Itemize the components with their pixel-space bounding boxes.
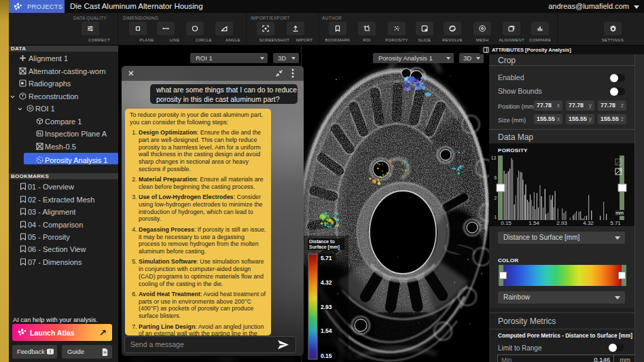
svg-text:13: 13	[491, 156, 497, 160]
svg-text:5.71: 5.71	[321, 255, 332, 261]
svg-text:mm: mm	[615, 211, 624, 215]
svg-text:1.54: 1.54	[529, 220, 539, 226]
svg-text:1.54: 1.54	[321, 327, 332, 334]
svg-text:0.15: 0.15	[321, 352, 332, 359]
svg-text:2.93: 2.93	[556, 220, 567, 226]
svg-text:4.32: 4.32	[583, 220, 594, 226]
svg-text:2.93: 2.93	[321, 304, 332, 310]
svg-text:6: 6	[494, 175, 497, 180]
svg-text:Distance to: Distance to	[309, 239, 335, 244]
svg-text:2: 2	[494, 196, 497, 200]
svg-text:4.32: 4.32	[321, 279, 332, 286]
svg-text:5.71: 5.71	[610, 220, 621, 226]
svg-text:1: 1	[494, 215, 497, 219]
svg-text:0.15: 0.15	[501, 220, 512, 226]
svg-text:Surface [mm]: Surface [mm]	[309, 245, 340, 250]
